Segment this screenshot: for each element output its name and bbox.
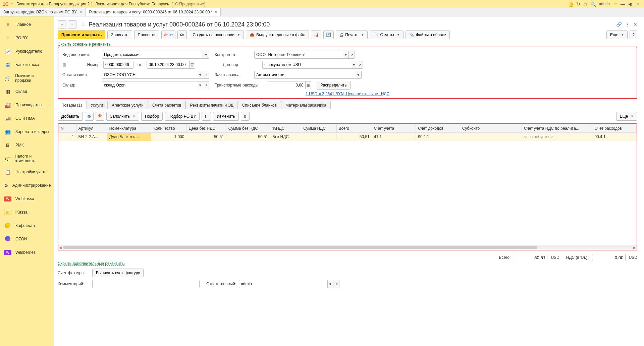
open-icon[interactable]: ↗: [349, 51, 355, 59]
post-and-close-button[interactable]: Провести и закрыть: [58, 31, 105, 39]
sidebar-item-rmk[interactable]: 🖥РМК: [0, 138, 54, 152]
distribute-button[interactable]: Распределить: [317, 81, 351, 90]
menu-icon[interactable]: ≡: [612, 1, 619, 7]
tab-close-icon[interactable]: ×: [79, 10, 82, 14]
cell-vat-acc[interactable]: <не требуется>: [522, 133, 592, 141]
comment-input[interactable]: [92, 280, 200, 288]
col-vat-sum[interactable]: Сумма НДС: [301, 124, 336, 133]
refresh-button[interactable]: 🔄: [323, 31, 334, 39]
col-sub[interactable]: Субконто: [460, 124, 522, 133]
dropdown-icon[interactable]: ▼: [197, 81, 203, 89]
sidebar-item-hr[interactable]: 👥Зарплата и кадры: [0, 125, 54, 138]
cell-sku[interactable]: БН-2-2 А...: [76, 133, 107, 141]
sidebar-item-sales[interactable]: 🛒Покупки и продажи: [0, 71, 54, 85]
sidebar-item-main[interactable]: ≡Главное: [0, 18, 54, 31]
cell-price[interactable]: 50,51: [186, 133, 226, 141]
bell-icon[interactable]: 🔔: [567, 1, 575, 7]
cell-vat-sum[interactable]: [301, 133, 336, 141]
fill-button[interactable]: Заполнить▼: [106, 112, 139, 121]
structure-button[interactable]: 🗂: [177, 31, 187, 39]
col-sum[interactable]: Сумма без НДС: [226, 124, 270, 133]
cell-n[interactable]: 1: [59, 133, 76, 141]
cell-sub[interactable]: [460, 133, 522, 141]
tab-print[interactable]: Реквизиты печати и ЭД: [185, 101, 238, 109]
tab-close-icon[interactable]: ×: [215, 10, 217, 14]
nav-back-button[interactable]: ←: [58, 20, 66, 28]
dropdown-icon[interactable]: ▼: [203, 51, 209, 59]
dropdown-icon[interactable]: ▼: [355, 71, 362, 79]
tab-services[interactable]: Услуги: [86, 101, 107, 109]
add-row-button[interactable]: Добавить: [58, 112, 83, 121]
scroll-thumb[interactable]: [63, 246, 537, 249]
minimize-icon[interactable]: —: [619, 1, 627, 7]
cell-sum[interactable]: 50,51: [226, 133, 270, 141]
scroll-right-icon[interactable]: ▶: [633, 246, 636, 249]
counterparty-input[interactable]: [254, 51, 343, 59]
dropdown-icon[interactable]: ▼: [343, 51, 349, 59]
sidebar-item-tax[interactable]: ДтНалоги и отчетность: [0, 152, 54, 165]
sidebar-item-admin[interactable]: ⚙Администрирование: [0, 179, 54, 192]
cell-acc[interactable]: 41.1: [372, 133, 416, 141]
org-input[interactable]: [102, 71, 197, 79]
post-button[interactable]: Провести: [134, 31, 159, 39]
create-based-button[interactable]: Создать на основании▼: [189, 31, 244, 39]
open-icon[interactable]: ↗: [203, 71, 209, 79]
cell-total[interactable]: 50,51: [336, 133, 372, 141]
tab-blanks[interactable]: Списание бланков: [238, 101, 281, 109]
close-doc-icon[interactable]: ✕: [633, 22, 637, 27]
print-button[interactable]: 🖨Печать▼: [336, 31, 368, 39]
dt-kt-button[interactable]: ДтКт: [161, 31, 176, 39]
op-type-input[interactable]: [102, 51, 203, 59]
responsible-input[interactable]: [239, 280, 328, 288]
hide-main-link[interactable]: Скрыть основные реквизиты: [58, 42, 111, 47]
maximize-icon[interactable]: ◉: [627, 1, 634, 7]
cell-vat[interactable]: Без НДС: [270, 133, 301, 141]
advance-input[interactable]: [254, 71, 355, 79]
doc-tab-1[interactable]: Реализация товаров и услуг 0000-000246 о…: [86, 8, 221, 16]
calendar-icon[interactable]: 📅: [190, 61, 196, 69]
transport-input[interactable]: [268, 81, 306, 89]
col-exp[interactable]: Счет расходов: [592, 124, 637, 133]
dropdown-icon[interactable]: ▼: [328, 280, 334, 288]
col-vat-acc[interactable]: Счет учета НДС по реализа...: [522, 124, 592, 133]
scroll-left-icon[interactable]: ◀: [59, 246, 62, 249]
sidebar-item-webkassa[interactable]: WWebkassa: [0, 192, 54, 206]
col-inc[interactable]: Счет доходов: [416, 124, 460, 133]
col-qty[interactable]: Количество: [151, 124, 186, 133]
search-icon[interactable]: 🔍: [589, 1, 597, 7]
open-icon[interactable]: ↗: [333, 280, 339, 288]
export-button[interactable]: 📤Выгрузить данные в файл: [246, 31, 309, 39]
burger-icon[interactable]: ≡: [11, 2, 13, 6]
dropdown-icon[interactable]: ▼: [197, 71, 203, 79]
link-icon[interactable]: 🔗: [616, 22, 622, 27]
calculator-icon[interactable]: ▦: [306, 81, 311, 89]
cell-inc[interactable]: 90.1.1: [416, 133, 460, 141]
col-n[interactable]: N: [59, 124, 76, 133]
date-input[interactable]: [147, 61, 190, 69]
hide-extra-link[interactable]: Скрыть дополнительные реквизиты: [58, 261, 124, 266]
sidebar-item-acc-settings[interactable]: 📋Настройки учета: [0, 165, 54, 179]
write-invoice-button[interactable]: Выписать счет-фактуру: [92, 269, 144, 277]
rate-link[interactable]: 1 USD = 3,2641 BYN, Цена не включает НДС: [62, 92, 633, 96]
excel-button[interactable]: 📊: [311, 31, 321, 39]
cell-exp[interactable]: 90.4.1: [592, 133, 637, 141]
number-input[interactable]: [103, 61, 133, 69]
sidebar-item-assets[interactable]: 🚚ОС и НМА: [0, 112, 54, 125]
tab-goods[interactable]: Товары (1): [58, 101, 86, 109]
help-button[interactable]: ?: [630, 31, 637, 39]
tab-materials[interactable]: Материалы заказчика: [281, 101, 331, 109]
user-name[interactable]: admin: [599, 2, 610, 6]
open-icon[interactable]: ↗: [203, 81, 209, 89]
col-vat[interactable]: %НДС: [270, 124, 301, 133]
dropdown-icon[interactable]: ▼: [351, 61, 357, 69]
more-icon[interactable]: ⋮: [625, 22, 630, 27]
col-price[interactable]: Цена без НДС: [186, 124, 226, 133]
history-icon[interactable]: ↻: [575, 1, 582, 7]
save-button[interactable]: Записать: [107, 31, 132, 39]
contract-input[interactable]: [262, 61, 351, 69]
table-more-button[interactable]: Еще▼: [616, 112, 637, 121]
sidebar-item-manager[interactable]: 📈Руководителю: [0, 45, 54, 58]
move-down-button[interactable]: 🡻: [96, 112, 104, 121]
reports-button[interactable]: 📄Отчеты▼: [370, 31, 403, 39]
col-acc[interactable]: Счет учета: [372, 124, 416, 133]
